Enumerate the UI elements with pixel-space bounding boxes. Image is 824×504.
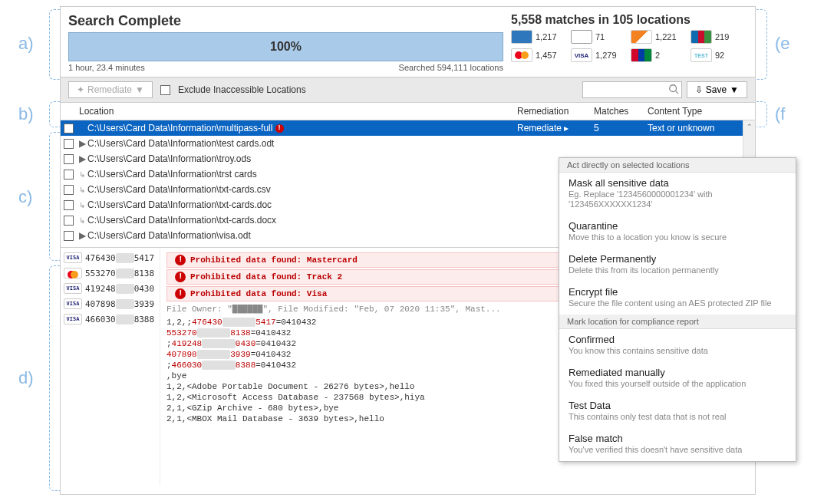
row-checkbox[interactable] [64,231,74,241]
visa-icon: VISA [571,48,592,62]
save-button[interactable]: ⇩ Save ▼ [687,81,747,98]
card-summary-item: 1,217 [511,30,566,44]
unionpay-icon [631,48,652,62]
annot-a: a) [18,34,34,54]
found-card-item[interactable]: VISA419248███0430 [64,283,157,294]
card-summary-item: 219 [691,30,746,44]
amex-icon [511,30,532,44]
visa-icon: VISA [64,252,82,263]
menu-item[interactable]: ConfirmedYou know this contains sensitiv… [559,329,796,362]
card-list: VISA476430███5417553270███8138VISA419248… [61,248,160,486]
card-summary-item: 1,457 [511,48,566,62]
annot-f: (f [775,104,785,124]
table-row[interactable]: ▶C:\Users\Card Data\Information\test car… [61,136,755,151]
summary-section: 5,558 matches in 105 locations 1,217711,… [511,13,747,72]
main-panel: Search Complete 100% 1 hour, 23.4 minute… [60,6,756,495]
menu-item[interactable]: Test DataThis contains only test data th… [559,395,796,428]
annot-e: (e [775,34,790,54]
card-summary-item: VISA1,279 [571,48,626,62]
row-checkbox[interactable] [64,139,74,149]
visa-icon: VISA [64,298,82,309]
col-location[interactable]: Location [79,106,517,117]
annot-b: b) [18,104,34,124]
row-checkbox[interactable] [64,200,74,210]
diners-icon [571,30,592,44]
menu-section-header: Act directly on selected locations [559,158,796,173]
searched-count: Searched 594,111 locations [399,63,503,72]
alert-icon [175,272,186,282]
alert-icon [175,288,186,299]
card-summary-item: 71 [571,30,626,44]
mc-icon [64,268,82,278]
menu-item[interactable]: False matchYou've verified this doesn't … [559,428,796,461]
progress-title: Search Complete [68,13,503,29]
elapsed-time: 1 hour, 23.4 minutes [68,63,145,72]
progress-bar: 100% [68,32,503,61]
progress-section: Search Complete 100% 1 hour, 23.4 minute… [68,13,503,72]
test-icon: TEST [691,48,712,62]
found-card-item[interactable]: VISA407898███3939 [64,298,157,309]
remediate-menu: Act directly on selected locations Mask … [559,157,796,462]
row-checkbox[interactable] [64,216,74,226]
row-checkbox[interactable] [64,124,74,133]
mc-icon [511,48,532,62]
card-summary-item: 2 [631,48,686,62]
error-icon [275,124,284,133]
svg-line-1 [675,91,678,94]
found-card-item[interactable]: VISA476430███5417 [64,252,157,263]
found-card-item[interactable]: 553270███8138 [64,268,157,278]
menu-item[interactable]: Encrypt fileSecure the file content usin… [559,282,796,315]
annot-c: c) [18,187,32,207]
search-icon[interactable] [668,84,679,94]
svg-point-0 [670,85,677,92]
exclude-checkbox[interactable]: Exclude Inaccessible Locations [160,84,306,95]
alert-icon [175,255,186,265]
card-summary-item: 1,221 [631,30,686,44]
card-summary-item: TEST92 [691,48,746,62]
remediate-button[interactable]: ✦ Remediate ▼ [68,81,153,98]
table-row[interactable]: C:\Users\Card Data\Information\multipass… [61,120,755,136]
found-card-item[interactable]: VISA466030███8388 [64,314,157,324]
visa-icon: VISA [64,314,82,324]
menu-item[interactable]: Remediated manuallyYou fixed this yourse… [559,362,796,395]
menu-item[interactable]: Delete PermanentlyDelete this from its l… [559,249,796,282]
col-content-type[interactable]: Content Type [648,106,755,117]
menu-item[interactable]: QuarantineMove this to a location you kn… [559,216,796,249]
jcb-icon [691,30,712,44]
search-input[interactable] [582,81,682,98]
table-header: Location Remediation Matches Content Typ… [61,103,755,120]
row-checkbox[interactable] [64,185,74,195]
annot-d: d) [18,368,34,388]
menu-item[interactable]: Mask all sensitive dataEg. Replace '1234… [559,173,796,216]
summary-title: 5,558 matches in 105 locations [511,13,747,27]
visa-icon: VISA [64,283,82,294]
col-remediation[interactable]: Remediation [517,106,594,117]
toolbar: ✦ Remediate ▼ Exclude Inaccessible Locat… [61,77,755,103]
row-checkbox[interactable] [64,154,74,164]
row-checkbox[interactable] [64,170,74,180]
discover-icon [631,30,652,44]
col-matches[interactable]: Matches [594,106,648,117]
scroll-up[interactable]: ⌃ [743,120,755,133]
menu-section-header: Mark location for compliance report [559,315,796,329]
